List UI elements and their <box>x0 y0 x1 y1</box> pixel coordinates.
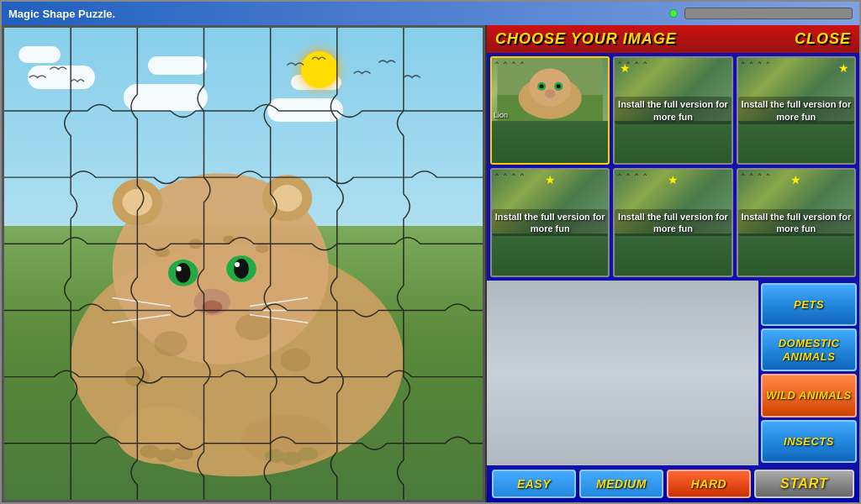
choose-title: CHOOSE YOUR IMAGE <box>495 30 677 48</box>
easy-button[interactable]: EASY <box>492 470 576 498</box>
close-button[interactable]: CLOSE <box>795 30 851 48</box>
svg-point-39 <box>529 69 571 107</box>
start-button[interactable]: START <box>754 470 854 498</box>
window-title: Magic Shape Puzzle. <box>8 8 663 20</box>
grid-cell-4[interactable]: ★ ^ ^ ^ ^ Install the full version for m… <box>490 168 610 276</box>
title-bar: Magic Shape Puzzle. <box>2 2 859 25</box>
category-pets-button[interactable]: PETS <box>761 283 857 326</box>
sun <box>301 51 338 88</box>
hard-button[interactable]: HARD <box>667 470 751 498</box>
svg-point-43 <box>557 84 561 88</box>
cell-overlay-4: Install the full version for more fun <box>492 170 608 275</box>
cloud-1 <box>28 66 95 89</box>
install-text-4: Install the full version for more fun <box>492 209 608 237</box>
cell-birds-1: ^ ^ ^ ^ <box>495 60 526 67</box>
main-content: CHOOSE YOUR IMAGE CLOSE ^ ^ ^ ^ <box>2 25 859 502</box>
app-window: Magic Shape Puzzle. <box>0 0 861 504</box>
status-dot <box>669 9 678 18</box>
bottom-controls: EASY MEDIUM HARD START <box>487 465 859 502</box>
right-bottom: PETS DOMESTIC ANIMALS WILD ANIMALS INSEC… <box>487 281 859 465</box>
ground-background <box>4 226 483 500</box>
grid-cell-1[interactable]: ^ ^ ^ ^ Lion <box>490 56 610 165</box>
category-wild-button[interactable]: WILD ANIMALS <box>761 374 857 417</box>
install-text-2: Install the full version for more fun <box>615 97 731 124</box>
cell-overlay-3: Install the full version for more fun <box>738 58 854 163</box>
puzzle-wrapper <box>4 28 483 500</box>
cell-overlay-6: Install the full version for more fun <box>738 170 854 275</box>
cloud-4 <box>148 56 207 75</box>
cloud-3 <box>124 84 208 111</box>
install-text-6: Install the full version for more fun <box>738 209 854 237</box>
cell-overlay-2: Install the full version for more fun <box>615 58 731 163</box>
grid-cell-6[interactable]: ★ ^ ^ ^ ^ Install the full version for m… <box>737 168 856 276</box>
image-grid: ^ ^ ^ ^ Lion <box>487 53 859 281</box>
medium-button[interactable]: MEDIUM <box>579 470 663 498</box>
grid-cell-5[interactable]: ★ ^ ^ ^ ^ Install the full version for m… <box>613 168 732 276</box>
grid-cell-2[interactable]: ★ ^ ^ ^ ^ Install the full version for m… <box>613 56 732 165</box>
svg-point-41 <box>540 84 544 88</box>
grid-cell-3[interactable]: ★ ^ ^ ^ ^ Install the full version for m… <box>737 56 856 165</box>
right-panel: CHOOSE YOUR IMAGE CLOSE ^ ^ ^ ^ <box>485 25 859 502</box>
cloud-2 <box>18 46 61 63</box>
lion-mini-svg <box>492 58 608 121</box>
cell-image-1: ^ ^ ^ ^ Lion <box>492 58 608 121</box>
category-domestic-button[interactable]: DOMESTIC ANIMALS <box>761 328 857 371</box>
category-buttons: PETS DOMESTIC ANIMALS WILD ANIMALS INSEC… <box>758 281 859 465</box>
install-text-3: Install the full version for more fun <box>738 97 854 124</box>
cloud-5 <box>267 98 343 122</box>
right-header: CHOOSE YOUR IMAGE CLOSE <box>487 25 859 53</box>
install-text-5: Install the full version for more fun <box>615 209 731 237</box>
svg-point-44 <box>545 90 556 98</box>
cell-overlay-5: Install the full version for more fun <box>615 170 731 275</box>
sky-background <box>4 28 483 240</box>
lion-label: Lion <box>494 111 508 119</box>
progress-bar <box>684 8 853 19</box>
category-insects-button[interactable]: INSECTS <box>761 420 857 463</box>
puzzle-area <box>2 25 485 502</box>
